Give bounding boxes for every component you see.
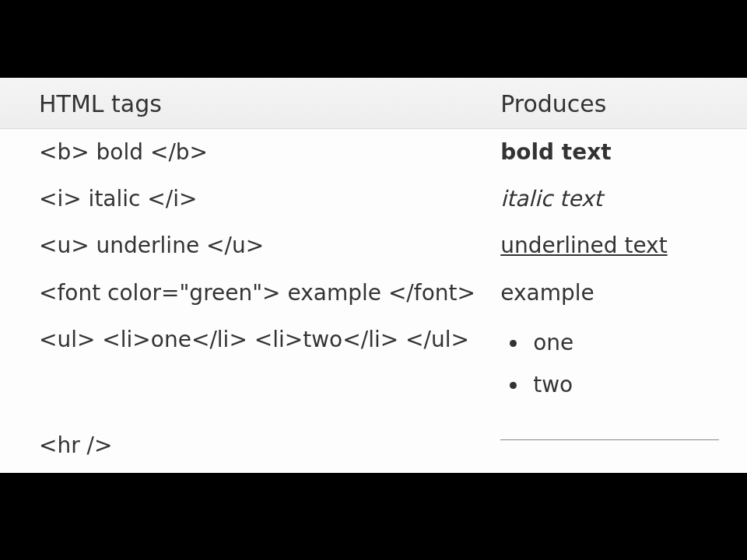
list-item: one xyxy=(528,327,719,369)
output-list: one two xyxy=(500,317,747,422)
code-font-color: <font color="green"> example </font> xyxy=(0,270,500,317)
output-underline: underlined text xyxy=(500,222,747,269)
list-item: two xyxy=(528,369,719,411)
code-bold: <b> bold </b> xyxy=(0,129,500,177)
code-list: <ul> <li>one</li> <li>two</li> </ul> xyxy=(0,317,500,422)
output-font-color: example xyxy=(500,270,747,317)
table-row: <font color="green"> example </font> exa… xyxy=(0,270,747,317)
header-html-tags: HTML tags xyxy=(0,78,500,129)
table-row: <ul> <li>one</li> <li>two</li> </ul> one… xyxy=(0,317,747,422)
output-hr xyxy=(500,422,747,469)
table-row: <i> italic </i> italic text xyxy=(0,176,747,222)
code-hr: <hr /> xyxy=(0,422,500,469)
output-italic: italic text xyxy=(500,176,747,222)
code-underline: <u> underline </u> xyxy=(0,222,500,269)
header-produces: Produces xyxy=(500,78,747,129)
table-row: <hr /> xyxy=(0,422,747,469)
sample-list: one two xyxy=(528,327,719,411)
output-bold: bold text xyxy=(500,129,747,177)
code-italic: <i> italic </i> xyxy=(0,176,500,222)
hr-icon xyxy=(500,439,719,440)
table-row: <b> bold </b> bold text xyxy=(0,129,747,177)
html-tags-table: HTML tags Produces <b> bold </b> bold te… xyxy=(0,78,747,469)
table-header-row: HTML tags Produces xyxy=(0,78,747,129)
slide-content: HTML tags Produces <b> bold </b> bold te… xyxy=(0,78,747,473)
table-row: <u> underline </u> underlined text xyxy=(0,222,747,269)
